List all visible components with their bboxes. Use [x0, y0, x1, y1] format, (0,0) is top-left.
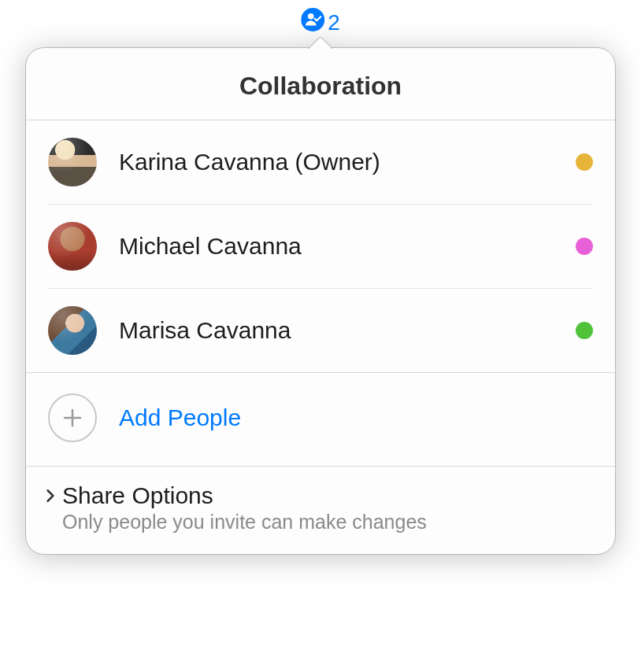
- plus-icon: [48, 393, 97, 442]
- presence-dot: [576, 153, 593, 171]
- avatar: [48, 222, 97, 271]
- add-people-label: Add People: [97, 404, 241, 431]
- chevron-right-icon: [43, 485, 57, 507]
- presence-dot: [576, 322, 593, 339]
- person-row[interactable]: Karina Cavanna (Owner): [48, 120, 593, 204]
- add-people-button[interactable]: Add People: [26, 373, 615, 466]
- svg-point-0: [301, 8, 324, 31]
- person-name: Marisa Cavanna: [97, 317, 576, 344]
- avatar: [48, 306, 97, 355]
- share-options-button[interactable]: Share Options Only people you invite can…: [26, 467, 615, 554]
- popover-arrow: [305, 33, 336, 49]
- share-options-title: Share Options: [62, 482, 213, 509]
- person-row[interactable]: Marisa Cavanna: [48, 288, 593, 372]
- person-name: Karina Cavanna (Owner): [97, 149, 576, 175]
- person-row[interactable]: Michael Cavanna: [48, 204, 593, 288]
- presence-dot: [576, 238, 593, 255]
- svg-point-1: [308, 13, 314, 20]
- collaboration-badge-count: 2: [328, 10, 340, 35]
- person-name: Michael Cavanna: [97, 233, 576, 260]
- share-options-subtitle: Only people you invite can make changes: [43, 511, 593, 534]
- popover-title: Collaboration: [26, 48, 615, 120]
- avatar: [48, 138, 97, 186]
- people-list: Karina Cavanna (Owner) Michael Cavanna M…: [26, 120, 615, 372]
- collaboration-popover: Collaboration Karina Cavanna (Owner) Mic…: [25, 47, 616, 555]
